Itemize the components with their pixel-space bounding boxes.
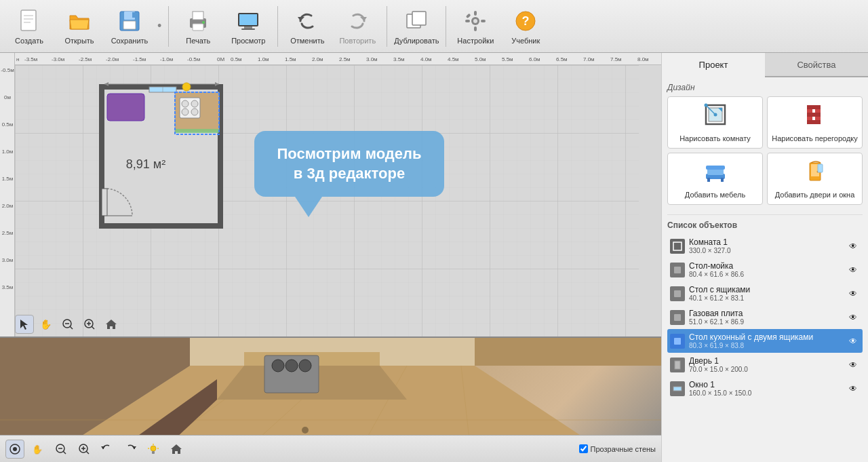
pan-tool-button[interactable]: ✋ — [37, 315, 56, 334]
svg-rect-141 — [807, 113, 821, 117]
svg-rect-158 — [673, 387, 682, 391]
svg-marker-123 — [101, 446, 105, 449]
redo-button[interactable]: Повторить — [334, 3, 381, 50]
svg-text:7.0м: 7.0м — [583, 56, 595, 62]
svg-rect-15 — [241, 28, 255, 30]
rotate-ccw-button[interactable] — [98, 440, 117, 459]
object-item-door1[interactable]: Дверь 1 70.0 × 15.0 × 200.0 👁 — [667, 353, 863, 377]
view-2d[interactable]: н -3.5м -3.0м -2.5м -2.0м -1.5м -1.0м -0… — [0, 53, 661, 338]
transparent-walls-label[interactable]: Прозрачные стены — [579, 444, 656, 453]
draw-room-button[interactable]: Нарисовать комнату — [667, 96, 763, 149]
print-button[interactable]: Печать — [174, 3, 222, 50]
home-3d-button[interactable] — [167, 440, 186, 459]
svg-text:-2.5м: -2.5м — [79, 56, 92, 62]
svg-text:7.5м: 7.5м — [610, 56, 622, 62]
visibility-toggle-window1[interactable]: 👁 — [846, 382, 860, 396]
toolbar: Создать Открыть Сохранить • — [0, 0, 868, 53]
svg-text:-0.5м: -0.5м — [187, 56, 200, 62]
svg-point-112 — [302, 427, 309, 434]
floor-plan[interactable]: 8,91 м² — [81, 73, 231, 243]
visibility-toggle-room1[interactable]: 👁 — [846, 239, 860, 253]
zoom-in-button[interactable] — [80, 315, 99, 334]
svg-rect-152 — [673, 242, 682, 250]
object-icon-table-drawers — [670, 286, 685, 301]
svg-point-70 — [191, 100, 198, 107]
svg-rect-13 — [239, 14, 257, 25]
object-item-window1[interactable]: Окно 1 160.0 × 15.0 × 150.0 👁 — [667, 377, 863, 400]
add-doors-windows-button[interactable]: Добавить двери и окна — [767, 153, 863, 205]
svg-text:4.5м: 4.5м — [448, 56, 459, 62]
svg-text:н: н — [16, 56, 19, 62]
visibility-toggle-table-drawers[interactable]: 👁 — [846, 287, 860, 301]
add-doors-windows-icon — [803, 159, 827, 188]
svg-rect-7 — [132, 12, 135, 18]
duplicate-button[interactable]: Дублировать — [393, 3, 440, 50]
object-icon-gas-stove — [670, 310, 685, 325]
help-icon: ? — [513, 8, 538, 34]
svg-text:?: ? — [522, 14, 530, 28]
svg-rect-26 — [466, 13, 471, 18]
home-view-button[interactable] — [102, 315, 121, 334]
rotate-cw-button[interactable] — [121, 440, 140, 459]
visibility-toggle-kitchen-table[interactable]: 👁 — [846, 334, 860, 348]
svg-rect-155 — [674, 314, 681, 321]
svg-rect-154 — [674, 290, 681, 297]
svg-rect-23 — [474, 26, 477, 31]
svg-text:6.0м: 6.0м — [529, 56, 540, 62]
object-icon-room1 — [670, 239, 685, 254]
speech-bubble: Посмотрим модель в 3д редакторе — [254, 131, 444, 197]
duplicate-icon — [403, 8, 429, 34]
svg-rect-147 — [706, 166, 725, 170]
bottom-toolbar-3d: ✋ — [0, 435, 661, 462]
zoom-in-3d-button[interactable] — [75, 440, 94, 459]
pan-3d-button[interactable]: ✋ — [28, 440, 47, 459]
visibility-toggle-sink-table[interactable]: 👁 — [846, 263, 860, 277]
svg-rect-153 — [674, 267, 681, 273]
svg-text:✋: ✋ — [40, 319, 52, 330]
design-title: Дизайн — [667, 83, 863, 92]
select-tool-button[interactable] — [15, 315, 34, 334]
light-button[interactable] — [144, 440, 163, 459]
objects-section: Список объектов Комната 1 330.0 × 327.0 … — [662, 215, 868, 462]
transparent-walls-checkbox[interactable] — [579, 444, 588, 453]
zoom-out-button[interactable] — [58, 315, 77, 334]
save-button[interactable]: Сохранить — [106, 3, 153, 50]
svg-text:2.5м: 2.5м — [2, 230, 14, 236]
tab-properties[interactable]: Свойства — [765, 53, 868, 77]
visibility-toggle-gas-stove[interactable]: 👁 — [846, 311, 860, 324]
svg-rect-24 — [465, 20, 470, 22]
object-item-gas-stove[interactable]: Газовая плита 51.0 × 62.1 × 86.9 👁 — [667, 305, 863, 329]
print-icon — [185, 8, 211, 34]
object-item-table-drawers[interactable]: Стол с ящиками 40.1 × 61.2 × 83.1 👁 — [667, 282, 863, 305]
object-item-kitchen-table[interactable]: Стол кухонный с двумя ящиками 80.3 × 61.… — [667, 329, 863, 353]
svg-line-92 — [92, 326, 94, 329]
visibility-toggle-door1[interactable]: 👁 — [846, 358, 860, 372]
separator-2 — [277, 6, 278, 47]
svg-text:2.5м: 2.5м — [339, 56, 351, 62]
undo-button[interactable]: Отменить — [283, 3, 331, 50]
svg-point-21 — [473, 19, 477, 23]
new-button[interactable]: Создать — [5, 3, 53, 50]
open-button[interactable]: Открыть — [56, 3, 103, 50]
svg-marker-93 — [106, 320, 117, 329]
help-button[interactable]: ? Учебник — [502, 3, 549, 50]
preview-button[interactable]: Просмотр — [224, 3, 272, 50]
svg-rect-140 — [807, 105, 821, 109]
svg-rect-14 — [244, 26, 252, 28]
settings-button[interactable]: Настройки — [452, 3, 499, 50]
design-section: Дизайн Нарисовать комнату — [662, 77, 868, 214]
svg-rect-145 — [707, 178, 710, 182]
view-3d[interactable]: ✋ — [0, 338, 661, 462]
svg-rect-76 — [102, 189, 107, 216]
add-furniture-button[interactable]: Добавить мебель — [667, 153, 763, 205]
object-icon-sink-table — [670, 263, 685, 277]
svg-rect-19 — [412, 12, 426, 25]
draw-partition-button[interactable]: Нарисовать перегородку — [767, 96, 863, 149]
svg-rect-10 — [193, 24, 203, 31]
object-item-room1[interactable]: Комната 1 330.0 × 327.0 👁 — [667, 234, 863, 258]
orbit-button[interactable] — [5, 440, 24, 459]
object-icon-door1 — [670, 358, 685, 372]
object-item-sink-table[interactable]: Стол-мойка 80.4 × 61.6 × 86.6 👁 — [667, 258, 863, 282]
tab-project[interactable]: Проект — [662, 53, 765, 77]
zoom-out-3d-button[interactable] — [52, 440, 71, 459]
